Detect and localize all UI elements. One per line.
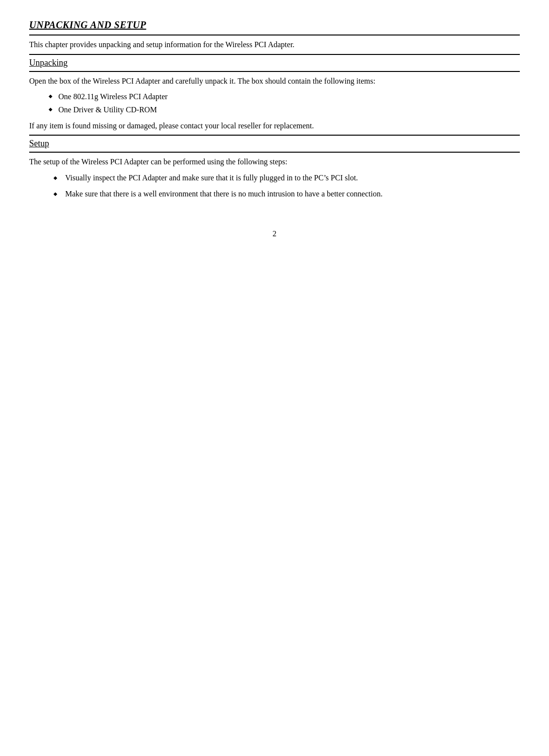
divider-after-intro bbox=[29, 54, 520, 55]
page-number: 2 bbox=[29, 229, 520, 238]
page-container: UNPACKING AND SETUP This chapter provide… bbox=[29, 19, 520, 238]
divider-after-setup-heading bbox=[29, 152, 520, 153]
divider-after-unpacking bbox=[29, 135, 520, 136]
unpacking-section: Unpacking Open the box of the Wireless P… bbox=[29, 58, 520, 132]
list-item: Visually inspect the PCI Adapter and mak… bbox=[53, 171, 520, 184]
list-item: One 802.11g Wireless PCI Adapter bbox=[49, 90, 520, 103]
setup-bullet-list: Visually inspect the PCI Adapter and mak… bbox=[53, 171, 520, 200]
list-item: Make sure that there is a well environme… bbox=[53, 187, 520, 200]
unpacking-bullet-list: One 802.11g Wireless PCI Adapter One Dri… bbox=[49, 90, 520, 116]
setup-heading: Setup bbox=[29, 139, 520, 149]
unpacking-closing-text: If any item is found missing or damaged,… bbox=[29, 120, 520, 132]
setup-opening-text: The setup of the Wireless PCI Adapter ca… bbox=[29, 156, 520, 168]
intro-paragraph: This chapter provides unpacking and setu… bbox=[29, 38, 520, 51]
unpacking-opening-text: Open the box of the Wireless PCI Adapter… bbox=[29, 75, 520, 88]
list-item: One Driver & Utility CD-ROM bbox=[49, 103, 520, 116]
setup-section: Setup The setup of the Wireless PCI Adap… bbox=[29, 139, 520, 200]
divider-after-title bbox=[29, 35, 520, 35]
chapter-title: UNPACKING AND SETUP bbox=[29, 19, 520, 31]
divider-after-unpacking-heading bbox=[29, 71, 520, 72]
unpacking-heading: Unpacking bbox=[29, 58, 520, 68]
